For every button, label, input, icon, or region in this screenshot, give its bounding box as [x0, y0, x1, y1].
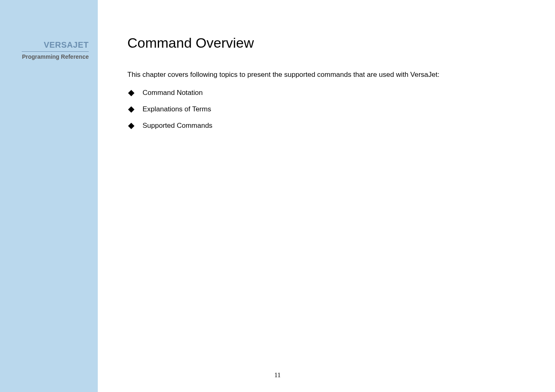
- list-item: Command Notation: [129, 89, 538, 97]
- list-item: Supported Commands: [129, 122, 538, 130]
- topic-text: Explanations of Terms: [143, 105, 211, 113]
- diamond-icon: [128, 106, 135, 113]
- intro-text: This chapter covers following topics to …: [127, 71, 538, 79]
- sidebar: VERSAJET Programming Reference: [0, 0, 98, 392]
- diamond-icon: [128, 90, 135, 96]
- page-title: Command Overview: [127, 35, 538, 51]
- page-number: 11: [274, 371, 281, 379]
- topic-text: Supported Commands: [143, 122, 212, 130]
- list-item: Explanations of Terms: [129, 105, 538, 113]
- topic-text: Command Notation: [143, 89, 203, 97]
- sidebar-divider: [22, 51, 89, 52]
- main-content: Command Overview This chapter covers fol…: [127, 35, 538, 138]
- topic-list: Command Notation Explanations of Terms S…: [127, 89, 538, 130]
- diamond-icon: [128, 122, 135, 129]
- sidebar-header: VERSAJET Programming Reference: [22, 40, 89, 60]
- sidebar-title: VERSAJET: [22, 40, 89, 51]
- sidebar-subtitle: Programming Reference: [22, 53, 89, 60]
